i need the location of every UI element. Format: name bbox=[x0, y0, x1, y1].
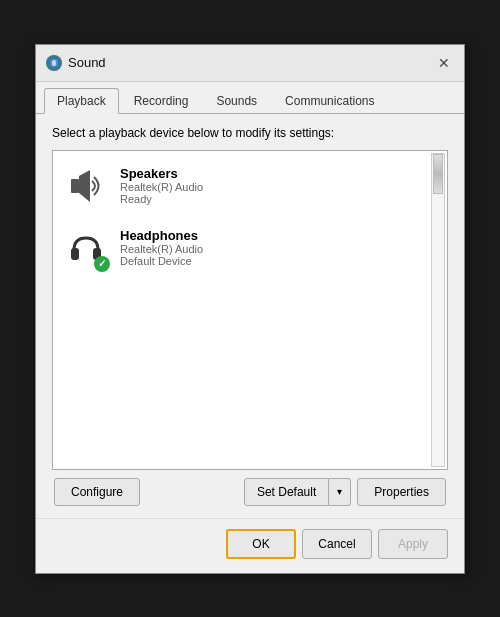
default-checkmark: ✓ bbox=[94, 256, 110, 272]
speaker-icon-container bbox=[64, 164, 108, 208]
svg-marker-3 bbox=[79, 170, 90, 202]
device-item-headphones[interactable]: ✓ Headphones Realtek(R) Audio Default De… bbox=[57, 217, 443, 279]
tab-playback[interactable]: Playback bbox=[44, 88, 119, 114]
ok-button[interactable]: OK bbox=[226, 529, 296, 559]
sound-dialog: Sound ✕ Playback Recording Sounds Commun… bbox=[35, 44, 465, 574]
headphones-info: Headphones Realtek(R) Audio Default Devi… bbox=[120, 228, 436, 267]
footer: OK Cancel Apply bbox=[36, 518, 464, 573]
headphones-driver: Realtek(R) Audio bbox=[120, 243, 436, 255]
properties-button[interactable]: Properties bbox=[357, 478, 446, 506]
scrollbar[interactable] bbox=[431, 153, 445, 467]
configure-button[interactable]: Configure bbox=[54, 478, 140, 506]
dialog-title: Sound bbox=[68, 55, 434, 70]
scrollbar-thumb[interactable] bbox=[433, 154, 443, 194]
instruction-text: Select a playback device below to modify… bbox=[52, 126, 448, 140]
speakers-status: Ready bbox=[120, 193, 436, 205]
set-default-button[interactable]: Set Default bbox=[244, 478, 329, 506]
headphones-name: Headphones bbox=[120, 228, 436, 243]
scrollbar-track bbox=[432, 154, 444, 466]
action-button-row: Configure Set Default ▾ Properties bbox=[52, 478, 448, 506]
device-list: Speakers Realtek(R) Audio Ready ✓ Headph… bbox=[52, 150, 448, 470]
headphones-status: Default Device bbox=[120, 255, 436, 267]
title-bar: Sound ✕ bbox=[36, 45, 464, 82]
svg-rect-4 bbox=[71, 248, 79, 260]
speakers-driver: Realtek(R) Audio bbox=[120, 181, 436, 193]
speaker-icon bbox=[66, 166, 106, 206]
svg-rect-2 bbox=[71, 179, 79, 193]
device-item-speakers[interactable]: Speakers Realtek(R) Audio Ready bbox=[57, 155, 443, 217]
cancel-button[interactable]: Cancel bbox=[302, 529, 372, 559]
speakers-info: Speakers Realtek(R) Audio Ready bbox=[120, 166, 436, 205]
tab-recording[interactable]: Recording bbox=[121, 88, 202, 113]
set-default-combo: Set Default ▾ bbox=[244, 478, 351, 506]
speakers-name: Speakers bbox=[120, 166, 436, 181]
set-default-dropdown[interactable]: ▾ bbox=[329, 478, 351, 506]
apply-button[interactable]: Apply bbox=[378, 529, 448, 559]
tab-communications[interactable]: Communications bbox=[272, 88, 387, 113]
close-button[interactable]: ✕ bbox=[434, 53, 454, 73]
dialog-icon bbox=[46, 55, 62, 71]
tab-bar: Playback Recording Sounds Communications bbox=[36, 82, 464, 114]
tab-sounds[interactable]: Sounds bbox=[203, 88, 270, 113]
svg-point-1 bbox=[52, 60, 56, 66]
content-area: Select a playback device below to modify… bbox=[36, 114, 464, 518]
headphone-icon-container: ✓ bbox=[64, 226, 108, 270]
